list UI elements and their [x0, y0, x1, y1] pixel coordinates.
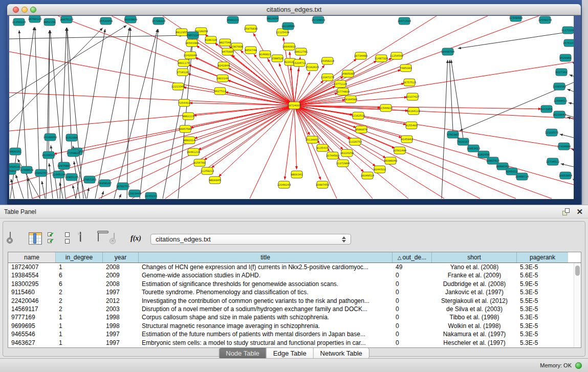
network-node[interactable]: 21350124	[12, 18, 26, 26]
network-node[interactable]: 2718120	[177, 69, 188, 76]
network-node[interactable]: 10997450	[316, 181, 329, 188]
network-node[interactable]: 12103575	[545, 129, 558, 136]
network-node[interactable]: 7254402	[178, 99, 190, 106]
network-node[interactable]: 8652156	[43, 18, 55, 26]
network-node[interactable]: 9242844	[217, 62, 230, 69]
network-node[interactable]: 9806151	[9, 148, 21, 155]
network-node[interactable]: 9601174	[178, 59, 190, 67]
memory-ok-indicator-icon[interactable]	[575, 362, 582, 369]
network-node[interactable]: 9827548	[219, 39, 231, 46]
network-node[interactable]: 22420046	[184, 52, 197, 59]
network-node[interactable]: 23160050	[43, 134, 57, 141]
float-panel-icon[interactable]	[562, 208, 570, 215]
network-node[interactable]: 19448794	[441, 48, 455, 55]
network-node[interactable]: 9529966	[559, 54, 571, 61]
network-node[interactable]: 8186328	[205, 36, 216, 43]
network-node[interactable]: 15975838	[244, 25, 257, 32]
network-node[interactable]: 9569223	[227, 16, 238, 24]
network-node[interactable]: 18724007	[288, 102, 301, 109]
network-node[interactable]: 16461218	[187, 148, 200, 156]
column-header-pagerank[interactable]: pagerank	[517, 252, 568, 262]
network-node[interactable]: 19218586	[281, 23, 295, 30]
network-node[interactable]: 12046243	[277, 181, 291, 188]
tab-node-table[interactable]: Node Table	[219, 348, 266, 359]
network-node[interactable]: 9244502	[374, 166, 385, 173]
network-node[interactable]: 16049514	[361, 172, 375, 179]
network-node[interactable]: 19164564	[344, 96, 358, 103]
network-node[interactable]: 10744563	[326, 152, 339, 159]
network-node[interactable]: 1588520	[271, 55, 283, 62]
network-node[interactable]: 8215955	[540, 105, 552, 113]
network-node[interactable]: 12162516	[352, 112, 365, 119]
network-node[interactable]: 32975887	[57, 162, 71, 169]
network-node[interactable]: 15726204	[152, 17, 166, 25]
network-node[interactable]: 17359924	[67, 149, 80, 157]
network-node[interactable]: 11026753	[349, 138, 362, 145]
network-node[interactable]: 8427512	[214, 87, 226, 95]
network-node[interactable]: 16210643	[553, 111, 566, 118]
table-row[interactable]: 969969511998Structural magnetic resonanc…	[8, 322, 574, 330]
network-nodes[interactable]: 1872400789129551822605816543382818632898…	[9, 16, 574, 199]
network-node[interactable]: 2803144	[216, 75, 229, 82]
network-node[interactable]: 8912955	[176, 29, 187, 36]
network-node[interactable]: 9806341	[291, 171, 302, 178]
network-node[interactable]: 10774809	[336, 88, 350, 95]
network-node[interactable]: 16543382	[185, 39, 199, 47]
network-node[interactable]: 11487324	[375, 55, 388, 62]
network-node[interactable]: 9806845	[209, 177, 221, 184]
network-node[interactable]: 12559274	[538, 16, 552, 24]
network-node[interactable]: 8813054	[267, 16, 279, 22]
network-node[interactable]: 9245012	[506, 168, 517, 175]
table-row[interactable]: 911546021997Tourette syndrome. Phenomeno…	[8, 288, 574, 296]
network-node[interactable]: 9245033	[145, 192, 157, 199]
new-document-icon[interactable]	[80, 232, 81, 242]
network-node[interactable]: 7857224	[187, 32, 199, 39]
network-node[interactable]: 11254540	[390, 52, 403, 59]
network-window-titlebar[interactable]: citations_edges.txt	[7, 4, 581, 15]
network-node[interactable]: 15520456	[99, 17, 113, 25]
network-node[interactable]: 10953423	[467, 145, 480, 152]
close-panel-icon[interactable]: ✕	[576, 207, 583, 217]
network-node[interactable]: 18757515	[403, 79, 416, 86]
network-node[interactable]: 11645194	[52, 171, 66, 178]
network-node[interactable]: 9146821	[259, 51, 271, 58]
tab-network-table[interactable]: Network Table	[313, 348, 369, 359]
network-node[interactable]: 11549488	[509, 16, 522, 21]
network-node[interactable]: 13942757	[34, 169, 48, 177]
network-node[interactable]: 13771128	[334, 80, 347, 87]
column-header-out-degree[interactable]: △out_de...	[393, 252, 432, 262]
network-canvas[interactable]: 1872400789129551822605816543382818632898…	[9, 16, 574, 199]
network-node[interactable]: 9227342	[555, 69, 567, 76]
network-node[interactable]: 16782753	[116, 183, 129, 190]
table-row[interactable]: 1938455462009Genome-wide association stu…	[8, 271, 574, 279]
network-node[interactable]: 16033809	[124, 16, 137, 23]
table-column-icon[interactable]	[29, 232, 42, 245]
network-node[interactable]: 17957253	[83, 176, 96, 183]
network-node[interactable]: 6791967	[447, 131, 459, 138]
network-node[interactable]: 13505161	[9, 163, 21, 170]
network-window[interactable]: citations_edges.txt 18724007891295518226…	[7, 4, 581, 205]
network-node[interactable]: 9152094	[66, 134, 78, 141]
network-node[interactable]: 17404684	[557, 143, 571, 150]
network-node[interactable]: 7919167	[457, 138, 469, 145]
network-node[interactable]: 15162615	[306, 63, 319, 71]
network-node[interactable]: 11072964	[336, 160, 350, 167]
trash-icon[interactable]	[98, 232, 99, 242]
network-node[interactable]: 11173206	[561, 27, 574, 34]
network-node[interactable]: 18760123	[28, 16, 41, 23]
network-node[interactable]: 9282456	[477, 151, 489, 158]
table-row[interactable]: 2242004622012Investigating the contribut…	[8, 297, 574, 305]
column-header-year[interactable]: year	[103, 252, 139, 262]
table-vertical-scrollbar[interactable]	[574, 263, 581, 347]
network-node[interactable]: 9892014	[183, 137, 195, 144]
network-node[interactable]: 16096040	[384, 157, 397, 164]
network-node[interactable]: 11544910	[379, 104, 393, 112]
table-row[interactable]: 1872400712008Changes of HCN gene express…	[8, 263, 574, 271]
table-row[interactable]: 977716911998Corpus callosum shape and si…	[8, 313, 574, 321]
network-node[interactable]: 19734483	[354, 52, 367, 59]
network-select-dropdown[interactable]: citations_edges.txt	[150, 234, 351, 245]
network-node[interactable]: 16958167	[98, 180, 112, 187]
column-header-in-degree[interactable]: in_degree	[56, 252, 103, 262]
network-node[interactable]: 10471504	[398, 17, 411, 25]
column-header-short[interactable]: short	[432, 252, 517, 262]
